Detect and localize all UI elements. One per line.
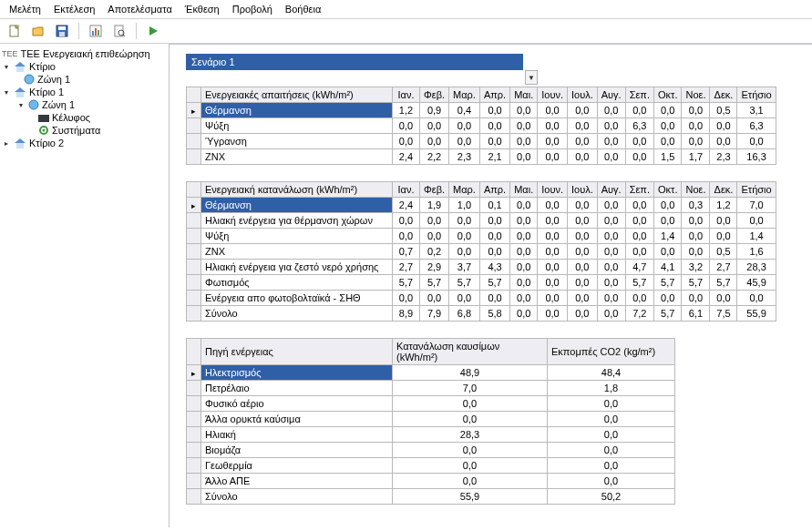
cell: 4,1 — [653, 260, 681, 275]
row-label: Ενέργεια απο φωτοβολταϊκά - ΣΗΘ — [201, 291, 393, 306]
menu-item[interactable]: Προβολή — [232, 4, 272, 15]
scenario-combo[interactable]: Σενάριο 1 — [186, 54, 523, 70]
tree-building[interactable]: ▾ Κτίριο 1 — [2, 86, 167, 98]
row-indicator — [187, 275, 201, 291]
tree-panel: TEE ΤΕΕ Ενεργειακή επιθεώρηση ▾ Κτίριο Ζ… — [0, 44, 170, 527]
tree-building[interactable]: ▾ Κτίριο — [2, 60, 167, 73]
cell: 2,3 — [449, 149, 480, 165]
cell: 0,0 — [737, 291, 776, 306]
cell: 0,0 — [479, 291, 509, 306]
cell: 0,0 — [710, 134, 737, 149]
cell: 28,3 — [393, 427, 548, 443]
cell: 5,7 — [710, 275, 737, 291]
scenario-value: Σενάριο 1 — [191, 56, 235, 67]
save-icon[interactable] — [53, 22, 71, 40]
svg-rect-3 — [59, 32, 65, 36]
row-label: Σύνολο — [201, 306, 393, 322]
new-icon[interactable] — [5, 22, 24, 40]
cell: 0,0 — [597, 213, 625, 229]
collapse-icon[interactable]: ▾ — [2, 62, 11, 71]
cell: 7,0 — [737, 198, 776, 213]
row-label: Πετρέλαιο — [201, 381, 393, 396]
cell: 0,0 — [597, 149, 625, 165]
cell: 1,2 — [710, 198, 737, 213]
cell: 0,0 — [737, 134, 776, 149]
cell: 8,9 — [393, 306, 420, 322]
cell: 0,0 — [682, 213, 710, 229]
tree-root[interactable]: TEE ΤΕΕ Ενεργειακή επιθεώρηση — [2, 47, 167, 60]
row-indicator — [187, 260, 201, 275]
svg-marker-15 — [15, 87, 26, 92]
cell: 0,0 — [710, 229, 737, 244]
cell: 7,0 — [393, 381, 548, 396]
menu-item[interactable]: Εκτέλεση — [54, 4, 95, 15]
tree-building[interactable]: ▸ Κτίριο 2 — [2, 137, 167, 149]
menubar: Μελέτη Εκτέλεση Αποτελέσματα Έκθεση Προβ… — [0, 0, 812, 19]
menu-item[interactable]: Αποτελέσματα — [108, 4, 171, 15]
cell: 4,3 — [479, 260, 509, 275]
menu-item[interactable]: Βοήθεια — [285, 4, 321, 15]
cell: 2,3 — [710, 149, 737, 165]
cell: 1,4 — [737, 229, 776, 244]
cell: 0,0 — [567, 213, 597, 229]
row-indicator — [187, 396, 201, 412]
cell: 55,9 — [393, 489, 548, 505]
cell: 0,0 — [510, 229, 538, 244]
collapse-icon[interactable]: ▾ — [2, 87, 11, 97]
cell: 0,0 — [538, 103, 568, 118]
row-label: Ηλιακή ενέργεια για ζεστό νερό χρήσης — [201, 260, 393, 275]
tree-zone[interactable]: Ζώνη 1 — [2, 73, 167, 86]
cell: 7,5 — [710, 306, 737, 322]
energy-source-table[interactable]: Πηγή ενέργειαςΚατανάλωση καυσίμων (kWh/m… — [186, 338, 675, 505]
menu-item[interactable]: Έκθεση — [185, 4, 220, 15]
row-indicator — [187, 427, 201, 443]
tree-envelope[interactable]: Κέλυφος — [2, 111, 167, 124]
cell: 0,0 — [449, 213, 480, 229]
cell: 45,9 — [737, 275, 776, 291]
cell: 1,0 — [449, 198, 480, 213]
cell: 0,0 — [653, 291, 681, 306]
cell: 0,0 — [597, 198, 625, 213]
cell: 5,8 — [479, 306, 509, 322]
cell: 0,0 — [420, 118, 449, 134]
cell: 0,0 — [567, 275, 597, 291]
cell: 28,3 — [737, 260, 776, 275]
tree-systems[interactable]: Συστήματα — [2, 124, 167, 137]
svg-point-17 — [29, 100, 38, 109]
energy-consumption-table[interactable]: Ενεργειακή κατανάλωση (kWh/m²)Ιαν.Φεβ.Μα… — [186, 181, 776, 322]
svg-marker-11 — [149, 26, 158, 36]
cell: 0,0 — [510, 213, 538, 229]
cell: 0,0 — [710, 213, 737, 229]
cell: 0,0 — [548, 396, 675, 412]
cell: 0,0 — [449, 118, 480, 134]
svg-marker-21 — [15, 138, 26, 143]
cell: 0,0 — [538, 118, 568, 134]
cell: 0,0 — [597, 244, 625, 260]
energy-demand-table[interactable]: Ενεργειακές απαιτήσεις (kWh/m²)Ιαν.Φεβ.Μ… — [186, 87, 776, 165]
cell: 3,7 — [449, 260, 480, 275]
cell: 0,0 — [479, 134, 509, 149]
row-indicator — [187, 381, 201, 396]
svg-rect-7 — [98, 30, 99, 36]
cell: 48,4 — [548, 365, 675, 381]
tree-zone[interactable]: ▾ Ζώνη 1 — [2, 98, 167, 111]
menu-item[interactable]: Μελέτη — [9, 4, 41, 15]
cell: 2,1 — [479, 149, 509, 165]
cell: 0,0 — [625, 103, 653, 118]
chevron-down-icon[interactable]: ▼ — [525, 70, 538, 85]
svg-rect-16 — [16, 92, 24, 97]
cell: 0,0 — [682, 291, 710, 306]
cell: 0,0 — [393, 443, 548, 458]
open-icon[interactable] — [29, 22, 47, 40]
cell: 0,0 — [449, 134, 480, 149]
chart-icon[interactable] — [87, 22, 105, 40]
run-icon[interactable] — [144, 22, 162, 40]
preview-icon[interactable] — [110, 22, 128, 40]
cell: 0,0 — [510, 134, 538, 149]
cell: 0,0 — [538, 213, 568, 229]
collapse-icon[interactable]: ▾ — [16, 100, 26, 109]
cell: 0,0 — [393, 291, 420, 306]
cell: 5,7 — [653, 275, 681, 291]
expand-icon[interactable]: ▸ — [2, 138, 11, 148]
cell: 0,9 — [420, 103, 449, 118]
